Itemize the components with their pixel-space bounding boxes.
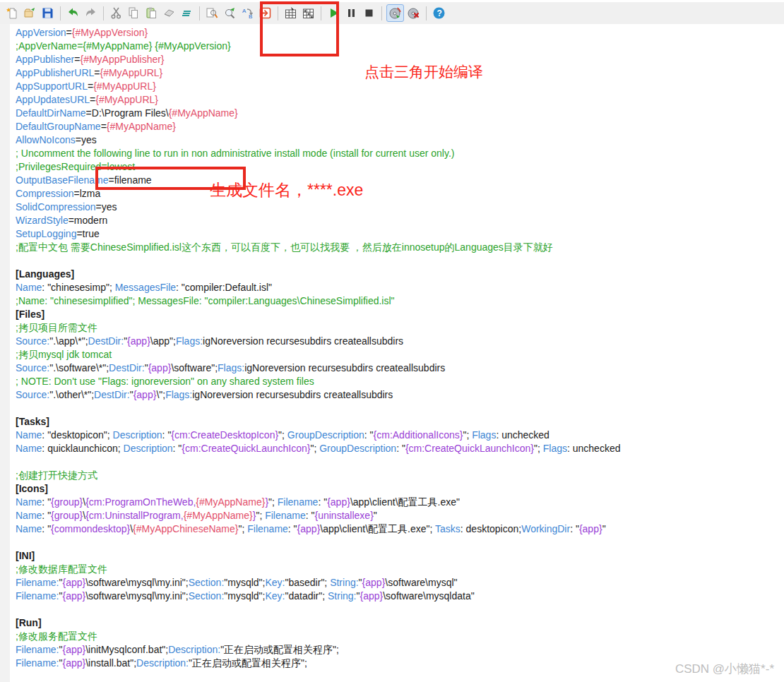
open-file-icon [23, 6, 37, 20]
watermark: CSDN @小懒猫*-* [675, 661, 774, 677]
replace-button[interactable]: AB [239, 5, 256, 21]
code-line: AppSupportURL={#MyAppURL} [16, 80, 620, 93]
stop-icon [362, 6, 376, 20]
filename-annotation: 生成文件名，****.exe [210, 179, 363, 201]
lines-icon [180, 6, 194, 20]
new-script-button[interactable] [4, 5, 20, 21]
cut-icon [109, 6, 123, 20]
code-line: Filename:"{app}\software\mysql\my.ini";S… [16, 590, 620, 603]
code-line [16, 603, 620, 616]
target-setup-button[interactable] [386, 4, 404, 22]
code-line: [Icons] [16, 482, 620, 496]
code-line: [Run] [16, 616, 620, 630]
cut-button[interactable] [108, 5, 124, 21]
code-line: WizardStyle=modern [16, 214, 620, 227]
code-line: Name: "{group}\{cm:UninstallProgram,{#My… [16, 509, 620, 522]
code-line: ; NOTE: Don't use "Flags: ignoreversion"… [16, 375, 620, 388]
redo-button[interactable] [83, 5, 99, 21]
code-line: AllowNoIcons=yes [16, 133, 620, 147]
save-icon [41, 6, 54, 20]
code-line: [Tasks] [16, 415, 620, 429]
undo-icon [66, 6, 80, 20]
find-next-icon [223, 6, 237, 20]
code-line: ;拷贝项目所需文件 [16, 321, 620, 335]
code-line: [INI] [16, 549, 620, 563]
pause-icon [345, 6, 358, 20]
toolbar-separator [426, 6, 427, 20]
find-next-button[interactable] [222, 5, 238, 21]
copy-icon [127, 6, 141, 20]
code-line: ;修改服务配置文件 [16, 630, 620, 643]
toolbar-separator [60, 6, 61, 20]
code-line: Name: "chinesesimp"; MessagesFile: "comp… [16, 281, 620, 294]
code-line: Filename:"{app}\software\mysql\my.ini";S… [16, 576, 620, 590]
code-line: Name: "{group}\{cm:ProgramOnTheWeb,{#MyA… [16, 496, 620, 509]
help-button[interactable]: ? [431, 5, 447, 21]
code-line: Filename:"{app}\initMysqlconf.bat";Descr… [16, 643, 620, 657]
code-line: ;修改数据库配置文件 [16, 563, 620, 576]
compile-buttons-highlight-box [260, 1, 339, 56]
replace-icon: AB [241, 6, 254, 20]
terminate-button[interactable] [361, 5, 377, 21]
code-line: AppUpdatesURL={#MyAppURL} [16, 93, 620, 107]
svg-text:A: A [242, 8, 247, 14]
code-line: ;Name: "chinesesimplified"; MessagesFile… [16, 294, 620, 308]
find-icon [206, 6, 219, 20]
code-line [16, 402, 620, 415]
code-line: ;创建打开快捷方式 [16, 469, 620, 482]
code-line [16, 536, 620, 549]
save-script-button[interactable] [40, 5, 56, 21]
paste-icon [145, 6, 158, 20]
find-button[interactable] [204, 5, 220, 21]
copy-button[interactable] [126, 5, 142, 21]
code-line: DefaultGroupName={#MyAppName} [16, 120, 620, 133]
editor-gutter [0, 24, 10, 682]
new-file-icon [6, 6, 19, 20]
code-line: SetupLogging=true [16, 227, 620, 241]
code-line: ; Uncomment the following line to run in… [16, 147, 620, 160]
select-all-button[interactable] [179, 5, 195, 21]
delete-button[interactable] [161, 5, 177, 21]
toolbar-separator [103, 6, 104, 20]
code-line: Source:".\other\*";DestDir:"{app}\";Flag… [16, 388, 620, 402]
target-uninstall-button[interactable] [405, 5, 422, 21]
pause-button[interactable] [343, 5, 360, 21]
code-line: SolidCompression=yes [16, 201, 620, 214]
code-line: [Languages] [16, 268, 620, 281]
code-line: ;配置中文包 需要ChineseSimplified.isl这个东西，可以百度下… [16, 241, 620, 254]
eraser-icon [162, 6, 176, 20]
undo-button[interactable] [65, 5, 81, 21]
paste-button[interactable] [143, 5, 160, 21]
code-line: Filename:"{app}\install.bat";Description… [16, 657, 620, 670]
help-icon: ? [432, 6, 446, 20]
redo-icon [84, 6, 97, 20]
code-line: DefaultDirName=D:\Program Files\{#MyAppN… [16, 107, 620, 120]
script-editor[interactable]: AppVersion={#MyAppVersion};AppVerName={#… [16, 26, 620, 670]
code-line: Name: "{commondesktop}\{#MyAppChineseNam… [16, 522, 620, 536]
svg-text:?: ? [437, 8, 442, 18]
code-line: AppPublisherURL={#MyAppURL} [16, 66, 620, 80]
open-script-button[interactable] [22, 5, 38, 21]
code-line [16, 455, 620, 469]
toolbar-separator [381, 6, 382, 20]
code-line [16, 254, 620, 268]
code-line: [Files] [16, 308, 620, 321]
code-line: Name: "desktopicon"; Description: "{cm:C… [16, 429, 620, 442]
toolbar: AB? [0, 2, 784, 24]
disc-icon [388, 6, 402, 20]
code-line: ;拷贝mysql jdk tomcat [16, 348, 620, 361]
code-line: Source:".\software\*";DestDir:"{app}\sof… [16, 361, 620, 375]
compile-annotation: 点击三角开始编译 [364, 62, 483, 82]
code-line: Name: quicklaunchicon; Description: "{cm… [16, 442, 620, 455]
disc-x-icon [407, 6, 420, 20]
code-line: Source:".\app\*";DestDir:"{app}\app";Fla… [16, 335, 620, 348]
toolbar-separator [199, 6, 200, 20]
